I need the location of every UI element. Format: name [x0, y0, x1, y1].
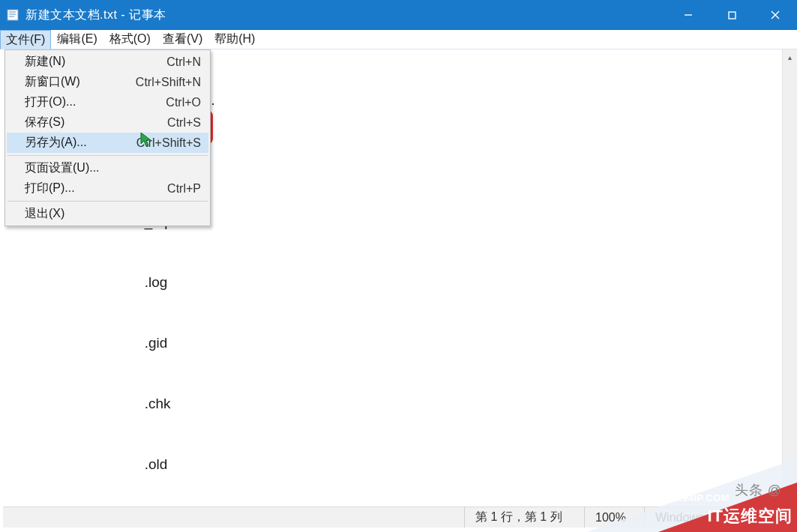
menu-open[interactable]: 打开(O)... Ctrl+O [7, 92, 208, 112]
menu-save-as[interactable]: 另存为(A)... Ctrl+Shift+S [7, 133, 208, 153]
close-button[interactable] [754, 0, 797, 30]
menu-new-label: 新建(N) [25, 54, 65, 70]
menu-save-shortcut: Ctrl+S [167, 116, 201, 130]
menu-save-label: 保存(S) [25, 115, 64, 130]
maximize-button[interactable] [710, 0, 754, 30]
menu-save-as-label: 另存为(A)... [25, 135, 87, 151]
menu-save-as-shortcut: Ctrl+Shift+S [136, 136, 201, 150]
menu-page-setup-label: 页面设置(U)... [25, 160, 100, 176]
vertical-scrollbar[interactable]: ▴ ▾ [782, 49, 797, 507]
menu-view[interactable]: 查看(V) [157, 30, 208, 49]
menu-save[interactable]: 保存(S) Ctrl+S [7, 112, 208, 133]
editor-line: .old [6, 454, 791, 474]
menu-exit[interactable]: 退出(X) [7, 204, 208, 224]
status-zoom: 100% [584, 507, 644, 528]
menu-page-setup[interactable]: 页面设置(U)... [7, 158, 208, 178]
minimize-button[interactable] [667, 0, 710, 30]
status-encoding: Windows (CR [644, 507, 794, 528]
menu-format[interactable]: 格式(O) [103, 30, 157, 49]
app-icon [0, 9, 25, 21]
menu-help[interactable]: 帮助(H) [208, 30, 261, 49]
menu-new-window[interactable]: 新窗口(W) Ctrl+Shift+N [7, 72, 208, 92]
menu-open-shortcut: Ctrl+O [166, 96, 201, 109]
menu-print-label: 打印(P)... [25, 181, 75, 196]
statusbar: 第 1 行，第 1 列 100% Windows (CR [3, 507, 794, 528]
menu-edit[interactable]: 编辑(E) [51, 30, 103, 49]
editor-line: .gid [6, 333, 791, 353]
scroll-up-icon[interactable]: ▴ [783, 49, 797, 64]
editor-line: .log [6, 272, 791, 292]
window-title: 新建文本文档.txt - 记事本 [25, 7, 166, 23]
menu-exit-label: 退出(X) [25, 206, 64, 222]
menu-new-shortcut: Ctrl+N [166, 55, 201, 69]
svg-rect-0 [7, 10, 18, 20]
titlebar: 新建文本文档.txt - 记事本 [0, 0, 797, 30]
menu-separator [7, 201, 208, 202]
menu-file[interactable]: 文件(F) [0, 30, 51, 49]
menu-print-shortcut: Ctrl+P [167, 182, 201, 196]
menu-new-window-label: 新窗口(W) [25, 74, 80, 90]
file-dropdown: 新建(N) Ctrl+N 新窗口(W) Ctrl+Shift+N 打开(O)..… [4, 49, 211, 226]
editor-line: .chk [6, 393, 791, 414]
menubar: 文件(F) 编辑(E) 格式(O) 查看(V) 帮助(H) [0, 30, 797, 49]
menu-print[interactable]: 打印(P)... Ctrl+P [7, 178, 208, 199]
window-controls [667, 0, 797, 30]
menu-new[interactable]: 新建(N) Ctrl+N [7, 52, 208, 72]
menu-new-window-shortcut: Ctrl+Shift+N [136, 76, 201, 89]
status-position: 第 1 行，第 1 列 [464, 507, 584, 528]
menu-separator [7, 155, 208, 156]
menu-open-label: 打开(O)... [25, 94, 76, 110]
scroll-down-icon[interactable]: ▾ [783, 492, 797, 507]
svg-rect-5 [729, 12, 736, 19]
